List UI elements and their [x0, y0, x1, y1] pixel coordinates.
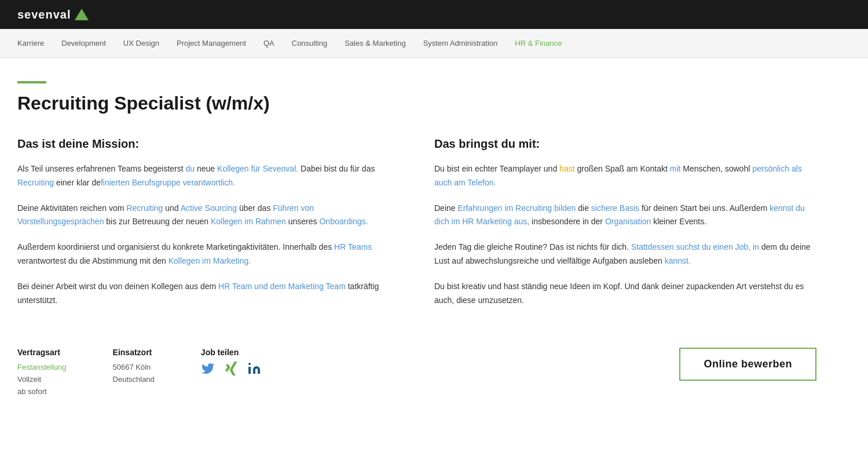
- bring-para-4: Du bist kreativ und hast ständig neue Id…: [434, 280, 816, 308]
- logo[interactable]: sevenval: [17, 8, 89, 21]
- nav-item-projectmanagement[interactable]: Project Management: [177, 39, 246, 48]
- bring-para-2: Deine Erfahrungen im Recruiting bilden d…: [434, 202, 816, 229]
- nav-item-qa[interactable]: QA: [263, 39, 274, 48]
- mission-para-1: Als Teil unseres erfahrenen Teams begeis…: [17, 162, 400, 190]
- apply-button-wrapper: Online bewerben: [679, 348, 816, 381]
- page-title: Recruiting Specialist (w/m/x): [17, 93, 816, 114]
- footer-left: Vertragsart Festanstellung Vollzeit ab s…: [17, 348, 261, 398]
- contract-value3: ab sofort: [17, 387, 47, 396]
- site-header: sevenval: [0, 0, 868, 29]
- share-block: Job teilen: [201, 348, 261, 398]
- nav-item-development[interactable]: Development: [61, 39, 106, 48]
- bring-column: Das bringst du mit: Du bist ein echter T…: [434, 137, 816, 319]
- mission-para-3: Außerdem koordinierst und organisierst d…: [17, 240, 400, 268]
- green-accent-bar: [17, 81, 46, 83]
- linkedin-icon[interactable]: [247, 362, 261, 375]
- twitter-icon[interactable]: [201, 362, 215, 375]
- main-nav: Karriere Development UX Design Project M…: [0, 29, 868, 58]
- contract-block: Vertragsart Festanstellung Vollzeit ab s…: [17, 348, 67, 398]
- xing-icon[interactable]: [224, 362, 238, 375]
- svg-point-0: [248, 363, 251, 365]
- nav-item-karriere[interactable]: Karriere: [17, 39, 44, 48]
- nav-item-uxdesign[interactable]: UX Design: [123, 39, 159, 48]
- location-value1: 50667 Köln: [113, 363, 151, 371]
- content-columns: Das ist deine Mission: Als Teil unseres …: [17, 137, 816, 319]
- bring-para-3: Jeden Tag die gleiche Routine? Das ist n…: [434, 240, 816, 268]
- logo-triangle-icon: [75, 9, 89, 20]
- bring-title: Das bringst du mit:: [434, 137, 816, 151]
- nav-item-salesmarketing[interactable]: Sales & Marketing: [345, 39, 406, 48]
- social-icons: [201, 362, 261, 375]
- share-label: Job teilen: [201, 348, 261, 357]
- mission-para-2: Deine Aktivitäten reichen vom Recruiting…: [17, 202, 400, 229]
- location-block: Einsatzort 50667 Köln Deutschland: [113, 348, 155, 398]
- contract-label: Vertragsart: [17, 348, 67, 357]
- mission-title: Das ist deine Mission:: [17, 137, 400, 151]
- contract-value1[interactable]: Festanstellung: [17, 363, 67, 371]
- logo-text: sevenval: [17, 8, 71, 21]
- location-label: Einsatzort: [113, 348, 155, 357]
- apply-button[interactable]: Online bewerben: [679, 348, 816, 381]
- nav-item-hrfinance[interactable]: HR & Finance: [515, 39, 562, 48]
- footer-info-row: Vertragsart Festanstellung Vollzeit ab s…: [17, 348, 816, 398]
- location-value2: Deutschland: [113, 375, 155, 384]
- nav-item-systemadmin[interactable]: System Administration: [423, 39, 498, 48]
- bring-para-1: Du bist ein echter Teamplayer und hast g…: [434, 162, 816, 190]
- contract-value2: Vollzeit: [17, 375, 41, 384]
- nav-item-consulting[interactable]: Consulting: [292, 39, 327, 48]
- mission-para-4: Bei deiner Arbeit wirst du von deinen Ko…: [17, 280, 400, 308]
- main-content: Recruiting Specialist (w/m/x) Das ist de…: [0, 58, 834, 421]
- mission-column: Das ist deine Mission: Als Teil unseres …: [17, 137, 400, 319]
